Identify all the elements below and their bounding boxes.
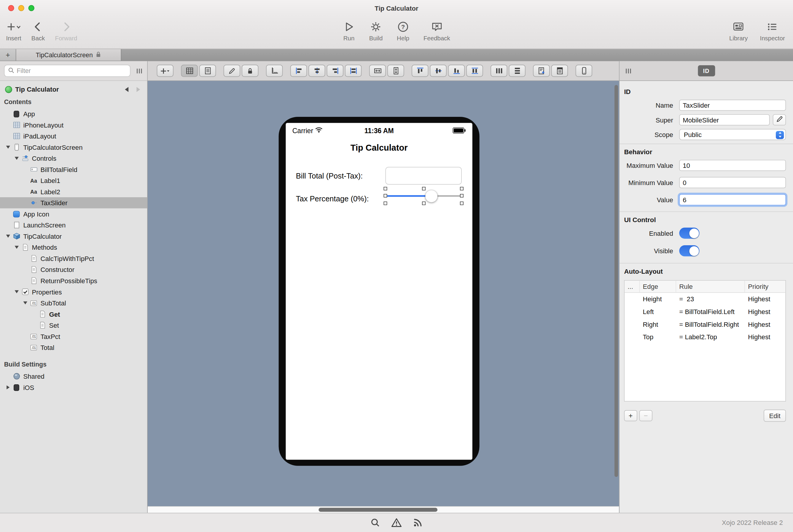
tax-slider-control[interactable]: [385, 189, 462, 203]
equal-width-button[interactable]: [369, 65, 386, 77]
device-preview-button[interactable]: [575, 65, 592, 77]
tree-item-ios[interactable]: iOS: [0, 382, 147, 393]
disclosure-triangle[interactable]: [13, 246, 21, 249]
filter-box[interactable]: [4, 65, 131, 77]
tree-item-calctipwithtippct[interactable]: CalcTipWithTipPct: [0, 253, 147, 264]
constraint-row-top[interactable]: Top= Label2.TopHighest: [625, 331, 785, 343]
align-baseline-button[interactable]: [466, 65, 483, 77]
constraint-row-left[interactable]: Left= BillTotalField.LeftHighest: [625, 305, 785, 318]
bill-total-label[interactable]: Bill Total (Post-Tax):: [296, 171, 363, 180]
slider-knob[interactable]: [425, 190, 437, 202]
disclosure-triangle[interactable]: [13, 157, 21, 160]
disclosure-triangle[interactable]: [4, 146, 12, 149]
align-top-button[interactable]: [412, 65, 428, 77]
zoom-window-button[interactable]: [28, 5, 34, 11]
tree-item-shared[interactable]: Shared: [0, 371, 147, 382]
super-field[interactable]: [679, 114, 770, 126]
panel-columns-icon[interactable]: [625, 67, 632, 75]
horizontal-scrollbar[interactable]: [319, 508, 437, 512]
tax-percentage-label[interactable]: Tax Percentage (0%):: [296, 194, 369, 203]
warning-icon[interactable]: [391, 518, 402, 527]
tree-item-total[interactable]: .01Total: [0, 342, 147, 353]
ruler-button[interactable]: [266, 65, 283, 77]
tree-item-app[interactable]: App: [0, 108, 147, 119]
disclosure-triangle[interactable]: [13, 290, 21, 293]
visible-toggle[interactable]: [679, 245, 699, 256]
add-control-button[interactable]: [157, 65, 173, 77]
disclosure-triangle[interactable]: [4, 385, 12, 390]
panel-columns-icon[interactable]: [135, 67, 143, 75]
tree-item-set[interactable]: Set: [0, 320, 147, 331]
bill-total-field[interactable]: [385, 167, 462, 185]
tree-item-methods[interactable]: Methods: [0, 242, 147, 253]
tree-item-billtotalfield[interactable]: BillTotalField: [0, 164, 147, 175]
inspector-tab-id[interactable]: ID: [698, 65, 715, 76]
constraint-row-right[interactable]: Right= BillTotalField.RightHighest: [625, 318, 785, 331]
selection-handle[interactable]: [422, 202, 425, 205]
toolbar-help-button[interactable]: ?Help: [397, 16, 409, 42]
tree-item-iphonelayout[interactable]: iPhoneLayout: [0, 119, 147, 131]
align-right-button[interactable]: [327, 65, 343, 77]
selection-handle[interactable]: [422, 187, 425, 190]
tree-item-get[interactable]: Get: [0, 308, 147, 320]
toolbar-run-button[interactable]: Run: [343, 16, 355, 42]
lock-button[interactable]: [242, 65, 258, 77]
edit-super-button[interactable]: [773, 114, 786, 126]
align-left-button[interactable]: [290, 65, 307, 77]
tab-tipcalculatorscreen[interactable]: TipCalculatorScreen: [16, 49, 121, 60]
toolbar-library-button[interactable]: Library: [729, 16, 748, 42]
search-icon[interactable]: [371, 518, 380, 527]
tree-item-app-icon[interactable]: App Icon: [0, 208, 147, 220]
maximum-value-field[interactable]: [679, 160, 786, 171]
auto-layout-column-header[interactable]: Rule: [676, 281, 745, 292]
toolbar-back-button[interactable]: Back: [32, 16, 45, 42]
export-layout-button[interactable]: [533, 65, 549, 77]
constraint-row-height[interactable]: Height= 23Highest: [625, 293, 785, 305]
selection-handle[interactable]: [460, 202, 464, 205]
grid-view-button[interactable]: [181, 65, 198, 77]
tree-item-constructor[interactable]: Constructor: [0, 264, 147, 275]
layout-canvas[interactable]: 11:36 AM Carrier Tip Calculator Bill Tot…: [148, 81, 619, 513]
tree-item-ipadlayout[interactable]: iPadLayout: [0, 131, 147, 142]
disclosure-triangle[interactable]: [21, 301, 30, 304]
align-bottom-button[interactable]: [448, 65, 465, 77]
align-center-button[interactable]: [308, 65, 325, 77]
edit-constraint-button[interactable]: Edit: [763, 410, 786, 422]
list-view-button[interactable]: [199, 65, 216, 77]
align-middle-button[interactable]: [430, 65, 447, 77]
selection-handle[interactable]: [460, 187, 464, 190]
auto-layout-column-header[interactable]: Edge: [640, 281, 676, 292]
tree-item-label1[interactable]: AaLabel1: [0, 175, 147, 186]
distribute-horizontal-button[interactable]: [491, 65, 507, 77]
toolbar-insert-button[interactable]: Insert: [6, 16, 21, 42]
close-window-button[interactable]: [8, 5, 14, 11]
filter-input[interactable]: [17, 67, 126, 74]
name-field[interactable]: [679, 100, 786, 111]
equal-height-button[interactable]: [387, 65, 404, 77]
toolbar-feedback-button[interactable]: Feedback: [423, 16, 450, 42]
minimum-value-field[interactable]: [679, 177, 786, 188]
align-edges-button[interactable]: [345, 65, 361, 77]
history-back-icon[interactable]: [125, 87, 128, 92]
distribute-vertical-button[interactable]: [509, 65, 526, 77]
vertical-scrollbar[interactable]: [615, 85, 618, 477]
tree-item-launchscreen[interactable]: LaunchScreen: [0, 220, 147, 231]
auto-layout-column-header[interactable]: ...: [625, 281, 640, 292]
tree-item-taxslider[interactable]: TaxSlider: [0, 197, 147, 208]
add-constraint-button[interactable]: +: [624, 410, 637, 421]
selection-handle[interactable]: [384, 202, 387, 205]
feed-icon[interactable]: [413, 518, 422, 527]
tree-item-tipcalculatorscreen[interactable]: TipCalculatorScreen: [0, 141, 147, 153]
tree-item-subtotal[interactable]: .01SubTotal: [0, 298, 147, 309]
tree-item-label2[interactable]: AaLabel2: [0, 186, 147, 197]
pencil-button[interactable]: [224, 65, 240, 77]
report-button[interactable]: [551, 65, 568, 77]
tree-item-properties[interactable]: Properties: [0, 286, 147, 298]
scope-popup[interactable]: Public: [679, 129, 786, 140]
selection-handle[interactable]: [460, 194, 464, 197]
tree-item-tipcalculator[interactable]: TipCalculator: [0, 231, 147, 242]
auto-layout-column-header[interactable]: Priority: [745, 281, 785, 292]
selection-handle[interactable]: [384, 187, 387, 190]
enabled-toggle[interactable]: [679, 227, 699, 239]
selection-handle[interactable]: [384, 194, 387, 197]
